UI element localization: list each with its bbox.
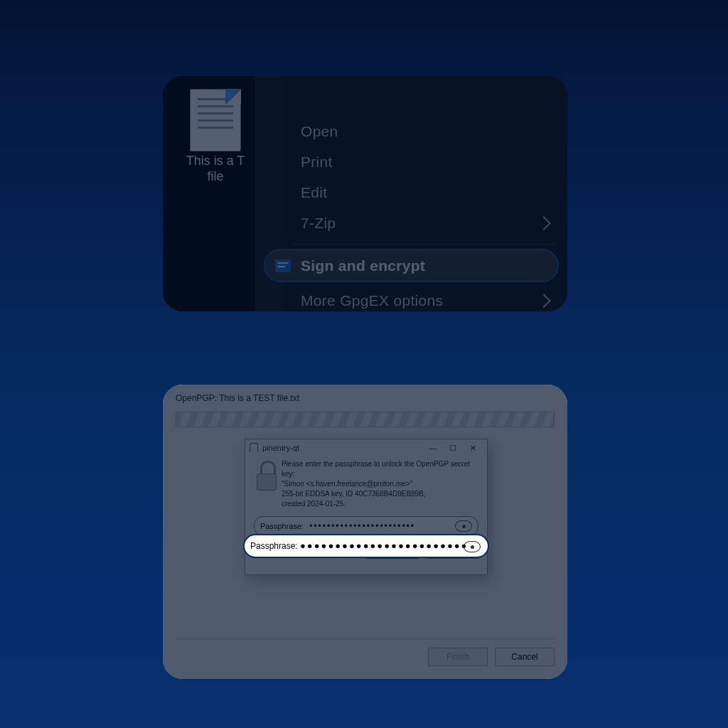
context-menu: Open Print Edit 7-Zip Sign and encrypt M… [255,76,567,311]
passphrase-label: Passphrase: [255,522,308,530]
progress-bar [176,412,555,427]
passphrase-input[interactable] [308,520,455,532]
menu-item-open[interactable]: Open [255,116,567,146]
menu-item-edit[interactable]: Edit [255,177,567,208]
kleopatra-title: OpenPGP: This is a TEST file.txt [176,393,299,403]
menu-separator [292,244,556,245]
cancel-button[interactable]: Cancel [495,648,555,666]
file-caption: This is a Tfile [176,153,255,184]
text-file-icon [190,89,241,151]
finish-button[interactable]: Finish [428,648,488,666]
context-menu-panel: This is a Tfile Open Print Edit 7-Zip Si… [163,76,567,311]
kleopatra-footer: Finish Cancel [176,638,555,669]
kleopatra-panel: OpenPGP: This is a TEST file.txt pinentr… [163,385,567,679]
reveal-password-icon[interactable] [464,541,481,552]
maximize-button[interactable]: ☐ [443,441,463,454]
padlock-icon [254,459,277,491]
lock-icon [250,443,258,452]
menu-item-sign-encrypt[interactable]: Sign and encrypt [265,250,557,281]
highlight-passphrase: Passphrase: ●●●●●●●●●●●●●●●●●●●●●●●● [245,535,488,557]
pinentry-message: Please enter the passphrase to unlock th… [282,459,478,509]
close-button[interactable]: ✕ [463,441,483,454]
desktop-file[interactable]: This is a Tfile [176,89,255,184]
pinentry-titlebar: pinentry-qt — ☐ ✕ [245,439,487,456]
menu-item-print[interactable]: Print [255,146,567,177]
minimize-button[interactable]: — [423,441,443,454]
reveal-password-icon[interactable] [455,520,472,532]
pinentry-title: pinentry-qt [262,444,299,452]
passphrase-row: Passphrase: [254,516,478,536]
certificate-icon [275,259,291,272]
menu-item-7zip[interactable]: 7-Zip [255,208,567,238]
menu-item-more-gpgex[interactable]: More GpgEX options [255,285,567,311]
